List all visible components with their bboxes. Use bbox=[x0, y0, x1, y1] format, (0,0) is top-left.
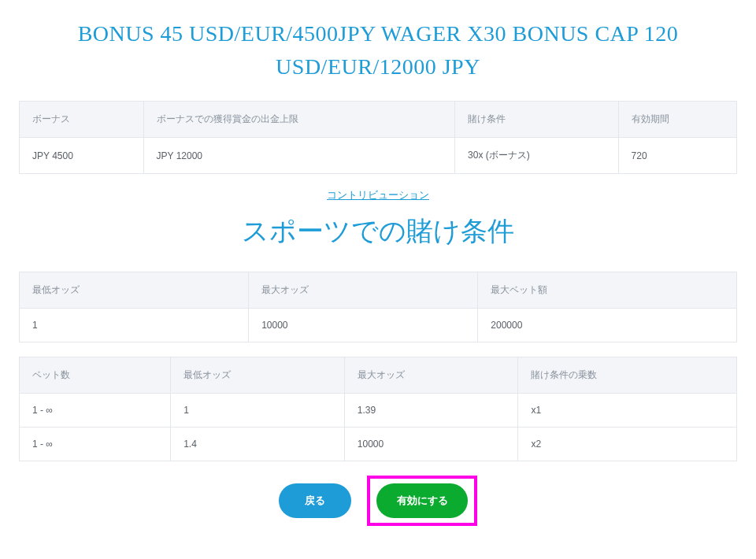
bonus-cell-wager: 30x (ボーナス) bbox=[455, 138, 618, 174]
mult-cell-multiplier: x1 bbox=[518, 394, 737, 428]
table-row: 1 - ∞ 1 1.39 x1 bbox=[20, 394, 737, 428]
table-row: 1 10000 200000 bbox=[20, 309, 737, 342]
section-title-sports: スポーツでの賭け条件 bbox=[19, 213, 737, 250]
highlight-annotation: 有効にする bbox=[367, 476, 477, 526]
page-title: BONUS 45 USD/EUR/4500JPY WAGER X30 BONUS… bbox=[55, 17, 701, 83]
bonus-cell-cap: JPY 12000 bbox=[143, 138, 455, 174]
bonus-terms-table: ボーナス ボーナスでの獲得賞金の出金上限 賭け条件 有効期間 JPY 4500 … bbox=[19, 101, 737, 174]
sports-header-max-bet: 最大ベット額 bbox=[478, 272, 737, 309]
sports-header-max-odds: 最大オッズ bbox=[249, 272, 478, 309]
mult-cell-min-odds: 1 bbox=[171, 394, 345, 428]
bonus-cell-bonus: JPY 4500 bbox=[20, 138, 144, 174]
button-row: 戻る 有効にする bbox=[19, 476, 737, 526]
bonus-header-wager: 賭け条件 bbox=[455, 102, 618, 138]
sports-odds-table: 最低オッズ 最大オッズ 最大ベット額 1 10000 200000 bbox=[19, 272, 737, 342]
bonus-header-cap: ボーナスでの獲得賞金の出金上限 bbox=[143, 102, 455, 138]
mult-cell-min-odds: 1.4 bbox=[171, 428, 345, 461]
mult-header-max-odds: 最大オッズ bbox=[344, 357, 518, 394]
bonus-header-bonus: ボーナス bbox=[20, 102, 144, 138]
bonus-cell-validity: 720 bbox=[618, 138, 736, 174]
sports-cell-min-odds: 1 bbox=[20, 309, 249, 342]
sports-cell-max-bet: 200000 bbox=[478, 309, 737, 342]
table-row: JPY 4500 JPY 12000 30x (ボーナス) 720 bbox=[20, 138, 737, 174]
mult-header-multiplier: 賭け条件の乗数 bbox=[518, 357, 737, 394]
mult-cell-max-odds: 1.39 bbox=[344, 394, 518, 428]
table-row: 1 - ∞ 1.4 10000 x2 bbox=[20, 428, 737, 461]
mult-header-bets: ベット数 bbox=[20, 357, 171, 394]
mult-cell-multiplier: x2 bbox=[518, 428, 737, 461]
mult-cell-bets: 1 - ∞ bbox=[20, 394, 171, 428]
sports-header-min-odds: 最低オッズ bbox=[20, 272, 249, 309]
activate-button[interactable]: 有効にする bbox=[376, 483, 468, 518]
mult-header-min-odds: 最低オッズ bbox=[171, 357, 345, 394]
sports-cell-max-odds: 10000 bbox=[249, 309, 478, 342]
mult-cell-max-odds: 10000 bbox=[344, 428, 518, 461]
bonus-header-validity: 有効期間 bbox=[618, 102, 736, 138]
back-button[interactable]: 戻る bbox=[279, 483, 351, 518]
mult-cell-bets: 1 - ∞ bbox=[20, 428, 171, 461]
contribution-link[interactable]: コントリビューション bbox=[19, 188, 737, 202]
wager-multiplier-table: ベット数 最低オッズ 最大オッズ 賭け条件の乗数 1 - ∞ 1 1.39 x1… bbox=[19, 357, 737, 461]
